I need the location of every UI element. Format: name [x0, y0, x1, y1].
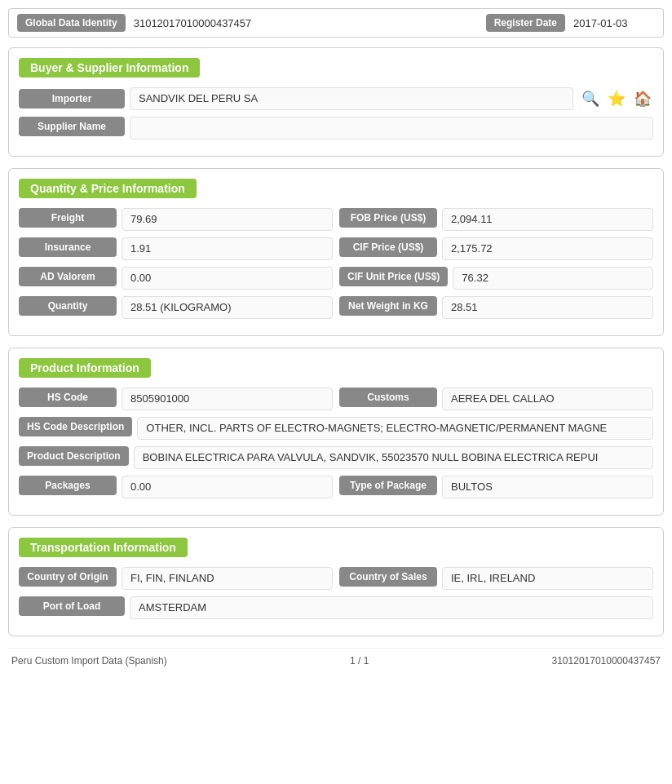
- cif-value: 2,175.72: [442, 237, 653, 260]
- hs-desc-value: OTHER, INCL. PARTS OF ELECTRO-MAGNETS; E…: [137, 417, 653, 440]
- type-package-value: BULTOS: [442, 476, 653, 498]
- quantity-label: Quantity: [19, 296, 117, 316]
- quantity-netweight-row: Quantity 28.51 (KILOGRAMO) Net Weight in…: [19, 296, 653, 319]
- register-date-value: 2017-01-03: [573, 17, 655, 29]
- freight-field: Freight 79.69: [19, 208, 333, 231]
- packages-value: 0.00: [122, 476, 333, 498]
- country-sales-field: Country of Sales IE, IRL, IRELAND: [339, 567, 653, 590]
- fob-value: 2,094.11: [442, 208, 653, 231]
- ad-valorem-value: 0.00: [122, 267, 333, 290]
- hs-desc-label: HS Code Description: [19, 417, 132, 436]
- buyer-supplier-title: Buyer & Supplier Information: [19, 58, 200, 78]
- home-icon-button[interactable]: 🏠: [632, 88, 653, 109]
- quantity-price-title: Quantity & Price Information: [19, 179, 197, 198]
- footer-id: 31012017010000437457: [552, 655, 661, 667]
- product-desc-row: Product Description BOBINA ELECTRICA PAR…: [19, 446, 653, 469]
- ad-valorem-field: AD Valorem 0.00: [19, 267, 333, 290]
- importer-value: SANDVIK DEL PERU SA: [130, 87, 573, 110]
- product-desc-value: BOBINA ELECTRICA PARA VALVULA, SANDVIK, …: [134, 446, 653, 469]
- transportation-title: Transportation Information: [19, 538, 188, 557]
- hs-desc-row: HS Code Description OTHER, INCL. PARTS O…: [19, 417, 653, 440]
- freight-label: Freight: [19, 208, 117, 228]
- importer-icons: 🔍 ⭐ 🏠: [580, 88, 653, 109]
- port-load-value: AMSTERDAM: [130, 596, 653, 619]
- type-package-label: Type of Package: [339, 476, 437, 495]
- cif-label: CIF Price (US$): [339, 237, 437, 257]
- footer-page: 1 / 1: [350, 655, 369, 667]
- insurance-value: 1.91: [122, 237, 333, 260]
- net-weight-value: 28.51: [442, 296, 653, 319]
- net-weight-field: Net Weight in KG 28.51: [339, 296, 653, 319]
- country-origin-field: Country of Origin FI, FIN, FINLAND: [19, 567, 333, 590]
- freight-value: 79.69: [122, 208, 333, 231]
- type-package-field: Type of Package BULTOS: [339, 476, 653, 498]
- supplier-name-value: [130, 117, 653, 140]
- country-origin-value: FI, FIN, FINLAND: [122, 567, 333, 590]
- insurance-cif-row: Insurance 1.91 CIF Price (US$) 2,175.72: [19, 237, 653, 260]
- register-date-label: Register Date: [486, 14, 565, 32]
- transportation-section: Transportation Information Country of Or…: [8, 527, 664, 636]
- importer-row: Importer SANDVIK DEL PERU SA 🔍 ⭐ 🏠: [19, 87, 653, 110]
- cif-unit-field: CIF Unit Price (US$) 76.32: [339, 267, 653, 290]
- country-sales-label: Country of Sales: [339, 567, 437, 587]
- packages-label: Packages: [19, 476, 117, 495]
- product-desc-label: Product Description: [19, 446, 129, 466]
- customs-value: AEREA DEL CALLAO: [442, 388, 653, 410]
- customs-field: Customs AEREA DEL CALLAO: [339, 388, 653, 410]
- hs-code-field: HS Code 8505901000: [19, 388, 333, 410]
- port-load-row: Port of Load AMSTERDAM: [19, 596, 653, 619]
- insurance-field: Insurance 1.91: [19, 237, 333, 260]
- cif-unit-value: 76.32: [453, 267, 653, 290]
- identity-bar: Global Data Identity 3101201701000043745…: [8, 8, 664, 38]
- hs-code-label: HS Code: [19, 388, 117, 407]
- star-icon: ⭐: [608, 91, 626, 107]
- quantity-field: Quantity 28.51 (KILOGRAMO): [19, 296, 333, 319]
- search-icon-button[interactable]: 🔍: [580, 88, 601, 109]
- quantity-price-section: Quantity & Price Information Freight 79.…: [8, 168, 664, 336]
- customs-label: Customs: [339, 388, 437, 407]
- fob-label: FOB Price (US$): [339, 208, 437, 228]
- home-icon: 🏠: [634, 91, 652, 107]
- ad-valorem-label: AD Valorem: [19, 267, 117, 286]
- importer-label: Importer: [19, 89, 125, 109]
- advalorem-cifunit-row: AD Valorem 0.00 CIF Unit Price (US$) 76.…: [19, 267, 653, 290]
- footer-source: Peru Custom Import Data (Spanish): [11, 655, 167, 667]
- global-data-value: 31012017010000437457: [134, 17, 486, 29]
- hscode-customs-row: HS Code 8505901000 Customs AEREA DEL CAL…: [19, 388, 653, 410]
- port-load-label: Port of Load: [19, 596, 125, 616]
- cif-field: CIF Price (US$) 2,175.72: [339, 237, 653, 260]
- global-data-label: Global Data Identity: [17, 14, 126, 32]
- fob-field: FOB Price (US$) 2,094.11: [339, 208, 653, 231]
- insurance-label: Insurance: [19, 237, 117, 257]
- product-section: Product Information HS Code 8505901000 C…: [8, 348, 664, 516]
- freight-fob-row: Freight 79.69 FOB Price (US$) 2,094.11: [19, 208, 653, 231]
- quantity-value: 28.51 (KILOGRAMO): [122, 296, 333, 319]
- country-sales-value: IE, IRL, IRELAND: [442, 567, 653, 590]
- supplier-name-row: Supplier Name: [19, 117, 653, 140]
- net-weight-label: Net Weight in KG: [339, 296, 437, 316]
- product-title: Product Information: [19, 358, 151, 378]
- packages-typepackage-row: Packages 0.00 Type of Package BULTOS: [19, 476, 653, 498]
- country-origin-label: Country of Origin: [19, 567, 117, 587]
- origin-sales-row: Country of Origin FI, FIN, FINLAND Count…: [19, 567, 653, 590]
- footer-bar: Peru Custom Import Data (Spanish) 1 / 1 …: [8, 648, 664, 673]
- cif-unit-label: CIF Unit Price (US$): [339, 267, 448, 286]
- packages-field: Packages 0.00: [19, 476, 333, 498]
- supplier-name-label: Supplier Name: [19, 117, 125, 136]
- buyer-supplier-section: Buyer & Supplier Information Importer SA…: [8, 47, 664, 157]
- star-icon-button[interactable]: ⭐: [606, 88, 627, 109]
- hs-code-value: 8505901000: [122, 388, 333, 410]
- search-icon: 🔍: [581, 91, 599, 107]
